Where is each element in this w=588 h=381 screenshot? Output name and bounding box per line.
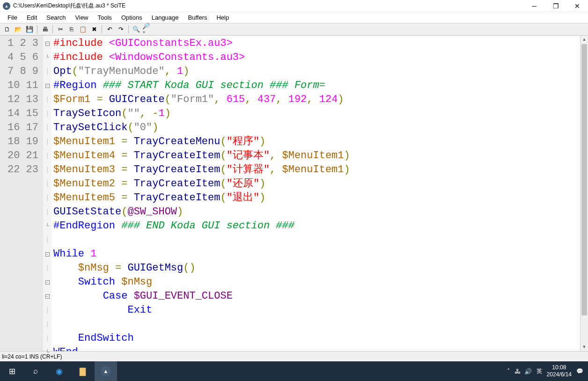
fold-column[interactable]: −└│−│││││││││└│−│−−│││└ — [43, 36, 51, 351]
menu-view[interactable]: View — [71, 13, 93, 22]
fold-end: └ — [43, 345, 51, 359]
code-line[interactable]: $Form1 = GUICreate("Form1", 615, 437, 19… — [53, 93, 580, 107]
fold-toggle-icon: − — [45, 294, 50, 299]
ime-indicator[interactable]: 英 — [537, 367, 542, 375]
new-icon[interactable]: 🗋 — [2, 24, 12, 35]
code-line[interactable]: #include <GUIConstantsEx.au3> — [53, 37, 580, 51]
code-line[interactable]: $MenuItem4 = TrayCreateItem("记事本", $Menu… — [53, 149, 580, 163]
menu-help[interactable]: Help — [212, 13, 234, 22]
fold-toggle[interactable]: − — [43, 289, 51, 303]
menu-search[interactable]: Search — [42, 13, 70, 22]
volume-icon[interactable]: 🔊 — [524, 368, 532, 375]
close-button[interactable]: ✕ — [566, 0, 588, 12]
code-line[interactable]: $MenuItem1 = TrayCreateMenu("程序") — [53, 135, 580, 149]
fold-line: │ — [43, 317, 51, 331]
app-icon: ▲ — [3, 2, 10, 10]
clock-time: 10:08 — [547, 364, 572, 371]
code-line[interactable]: WEnd — [53, 345, 580, 351]
code-line[interactable]: TraySetClick("0") — [53, 121, 580, 135]
paste-icon[interactable]: 📋 — [78, 24, 88, 35]
explorer-icon[interactable]: ▇ — [71, 361, 94, 381]
fold-line: │ — [43, 163, 51, 177]
print-icon[interactable]: 🖶 — [40, 24, 50, 35]
fold-line: │ — [43, 233, 51, 247]
menu-buffers[interactable]: Buffers — [184, 13, 212, 22]
open-icon[interactable]: 📂 — [13, 24, 23, 35]
fold-line: │ — [43, 177, 51, 191]
windows-taskbar: ⊞ ⌕ ◉ ▇ ▲ ˄ 🖧 🔊 英 10:08 2024/6/14 💬 — [0, 361, 588, 381]
code-line[interactable] — [53, 317, 580, 331]
edge-icon[interactable]: ◉ — [48, 361, 70, 381]
vertical-scrollbar[interactable]: ▲ ▼ — [580, 36, 588, 351]
network-icon[interactable]: 🖧 — [514, 368, 521, 375]
code-line[interactable]: TraySetIcon("", -1) — [53, 107, 580, 121]
fold-line: │ — [43, 65, 51, 79]
minimize-button[interactable]: ─ — [523, 0, 545, 12]
code-line[interactable]: EndSwitch — [53, 331, 580, 345]
menu-edit[interactable]: Edit — [22, 13, 42, 22]
fold-toggle-icon: − — [45, 252, 50, 256]
menu-tools[interactable]: Tools — [93, 13, 117, 22]
replace-icon[interactable]: 🔎⁺ — [142, 24, 153, 35]
menu-language[interactable]: Language — [147, 13, 184, 22]
code-line[interactable]: GUISetState(@SW_SHOW) — [53, 205, 580, 219]
fold-toggle[interactable]: − — [43, 37, 51, 51]
menu-options[interactable]: Options — [117, 13, 147, 22]
code-line[interactable]: Exit — [53, 303, 580, 317]
scrollbar-thumb[interactable] — [581, 44, 587, 315]
code-line[interactable]: $nMsg = GUIGetMsg() — [53, 261, 580, 275]
fold-line: │ — [43, 107, 51, 121]
find-icon[interactable]: 🔍 — [131, 24, 141, 35]
scroll-up-arrow[interactable]: ▲ — [581, 36, 588, 44]
toolbar-separator — [52, 25, 53, 34]
fold-end: └ — [43, 219, 51, 233]
code-line[interactable]: Switch $nMsg — [53, 275, 580, 289]
cut-icon[interactable]: ✂ — [55, 24, 66, 35]
code-line[interactable]: $MenuItem5 = TrayCreateItem("退出") — [53, 191, 580, 205]
code-line[interactable] — [53, 233, 580, 247]
redo-icon[interactable]: ↷ — [116, 24, 126, 35]
fold-line: │ — [43, 205, 51, 219]
system-tray[interactable]: 🖧 🔊 — [514, 368, 532, 375]
toolbar-separator — [102, 25, 102, 34]
window-title: C:\Users\Ken\Desktop\托盘\托盘.au3 * SciTE — [13, 2, 523, 10]
scite-taskbar-icon[interactable]: ▲ — [95, 361, 117, 381]
titlebar: ▲ C:\Users\Ken\Desktop\托盘\托盘.au3 * SciTE… — [0, 0, 588, 12]
start-button[interactable]: ⊞ — [1, 361, 23, 381]
maximize-button[interactable]: ❐ — [545, 0, 566, 12]
fold-toggle-icon: − — [45, 42, 50, 46]
fold-line: │ — [43, 93, 51, 107]
editor[interactable]: 1 2 3 4 5 6 7 8 9 10 11 12 13 14 15 16 1… — [0, 36, 588, 351]
code-line[interactable]: Opt("TrayMenuMode", 1) — [53, 65, 580, 79]
fold-line: │ — [43, 121, 51, 135]
search-button[interactable]: ⌕ — [24, 361, 47, 381]
copy-icon[interactable]: ⎘ — [66, 24, 77, 35]
menu-file[interactable]: File — [3, 13, 22, 22]
scroll-down-arrow[interactable]: ▼ — [581, 343, 588, 351]
save-icon[interactable]: 💾 — [24, 24, 35, 35]
fold-line: │ — [43, 149, 51, 163]
code-line[interactable]: While 1 — [53, 247, 580, 261]
undo-icon[interactable]: ↶ — [104, 24, 115, 35]
statusbar: li=24 co=1 INS (CR+LF) — [0, 351, 588, 361]
clock[interactable]: 10:08 2024/6/14 — [547, 364, 572, 378]
code-line[interactable]: $MenuItem3 = TrayCreateItem("计算器", $Menu… — [53, 163, 580, 177]
fold-toggle[interactable]: − — [43, 247, 51, 261]
code-line[interactable]: #EndRegion ### END Koda GUI section ### — [53, 219, 580, 233]
code-line[interactable]: #Region ### START Koda GUI section ### F… — [53, 79, 580, 93]
clock-date: 2024/6/14 — [547, 371, 572, 378]
action-center-icon[interactable]: 💬 — [576, 368, 583, 374]
code-line[interactable]: $MenuItem2 = TrayCreateItem("还原") — [53, 177, 580, 191]
fold-line: │ — [43, 331, 51, 345]
fold-toggle[interactable]: − — [43, 275, 51, 289]
window-controls: ─ ❐ ✕ — [523, 0, 588, 12]
code-line[interactable]: #include <WindowsConstants.au3> — [53, 51, 580, 65]
tray-chevron-icon[interactable]: ˄ — [507, 368, 510, 374]
fold-line: │ — [43, 191, 51, 205]
code-line[interactable]: Case $GUI_EVENT_CLOSE — [53, 289, 580, 303]
fold-toggle[interactable]: − — [43, 79, 51, 93]
toolbar-separator — [37, 25, 37, 34]
delete-icon[interactable]: ✖ — [89, 24, 99, 35]
toolbar: 🗋📂💾🖶✂⎘📋✖↶↷🔍🔎⁺ — [0, 23, 588, 36]
code-area[interactable]: #include <GUIConstantsEx.au3>#include <W… — [51, 36, 580, 351]
